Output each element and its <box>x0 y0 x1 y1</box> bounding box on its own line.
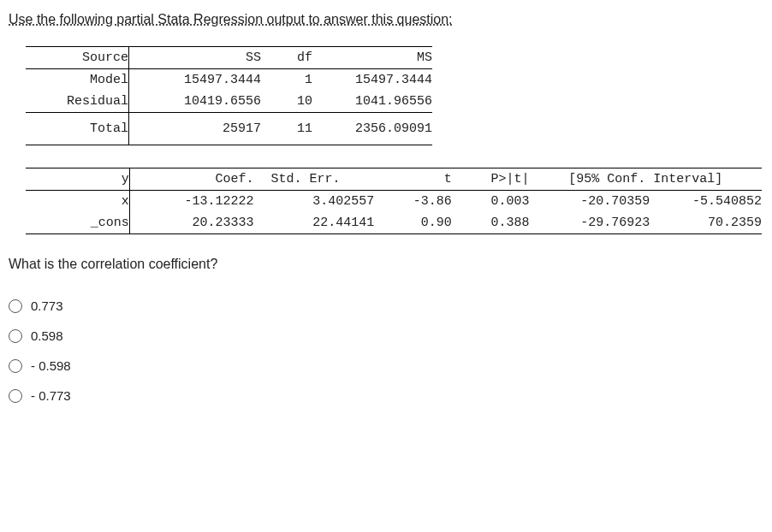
question-text: What is the correlation coefficient? <box>9 257 763 272</box>
coef-cell: 0.388 <box>452 212 530 234</box>
anova-table: Source SS df MS Model 15497.3444 1 15497… <box>26 46 432 145</box>
anova-cell: Total <box>26 113 129 145</box>
option-label: - 0.773 <box>31 388 71 403</box>
anova-row-residual: Residual 10419.6556 10 1041.96556 <box>26 91 432 113</box>
coef-cell: -20.70359 <box>529 191 650 213</box>
anova-cell: 15497.3444 <box>312 69 432 92</box>
anova-row-model: Model 15497.3444 1 15497.3444 <box>26 69 432 92</box>
coef-cell: x <box>26 191 129 213</box>
coef-cell: _cons <box>26 212 129 234</box>
anova-h-ms: MS <box>312 47 432 69</box>
option-0[interactable]: 0.773 <box>9 291 763 321</box>
anova-h-ss: SS <box>129 47 262 69</box>
anova-cell: 2356.09091 <box>312 113 432 145</box>
coef-h-t: t <box>374 168 452 191</box>
option-label: 0.773 <box>31 299 63 313</box>
anova-h-df: df <box>261 47 312 69</box>
coef-table: y Coef. Std. Err. t P>|t| [95% Conf. Int… <box>26 168 762 234</box>
coef-cell: -5.540852 <box>650 191 762 213</box>
coef-h-se: Std. Err. <box>254 168 375 191</box>
radio-icon <box>9 389 22 403</box>
anova-cell: Model <box>26 69 129 92</box>
option-label: 0.598 <box>31 328 63 343</box>
anova-h-source: Source <box>26 47 129 69</box>
anova-cell: 1041.96556 <box>312 91 432 113</box>
anova-cell: 25917 <box>129 113 262 145</box>
radio-icon <box>9 359 22 373</box>
coef-cell: -3.86 <box>374 191 452 213</box>
option-label: - 0.598 <box>31 358 71 373</box>
coef-row-x: x -13.12222 3.402557 -3.86 0.003 -20.703… <box>26 191 762 213</box>
coef-cell: 3.402557 <box>254 191 375 213</box>
anova-cell: Residual <box>26 91 129 113</box>
anova-row-total: Total 25917 11 2356.09091 <box>26 113 432 145</box>
coef-cell: -13.12222 <box>129 191 253 213</box>
coef-h-ci: [95% Conf. Interval] <box>529 168 762 191</box>
radio-icon <box>9 299 22 313</box>
anova-cell: 11 <box>261 113 312 145</box>
coef-cell: 70.2359 <box>650 212 762 234</box>
coef-h-y: y <box>26 168 129 191</box>
coef-cell: 22.44141 <box>254 212 375 234</box>
question-intro: Use the following partial Stata Regressi… <box>9 12 453 27</box>
anova-cell: 1 <box>261 69 312 92</box>
coef-cell: -29.76923 <box>529 212 650 234</box>
coef-cell: 0.003 <box>452 191 530 213</box>
anova-cell: 10419.6556 <box>129 91 262 113</box>
option-3[interactable]: - 0.773 <box>9 381 763 411</box>
coef-h-p: P>|t| <box>452 168 530 191</box>
anova-cell: 15497.3444 <box>129 69 262 92</box>
radio-icon <box>9 329 22 343</box>
coef-row-cons: _cons 20.23333 22.44141 0.90 0.388 -29.7… <box>26 212 762 234</box>
option-2[interactable]: - 0.598 <box>9 351 763 381</box>
coef-cell: 20.23333 <box>129 212 253 234</box>
option-1[interactable]: 0.598 <box>9 321 763 351</box>
coef-h-coef: Coef. <box>129 168 253 191</box>
coef-cell: 0.90 <box>374 212 452 234</box>
anova-cell: 10 <box>261 91 312 113</box>
